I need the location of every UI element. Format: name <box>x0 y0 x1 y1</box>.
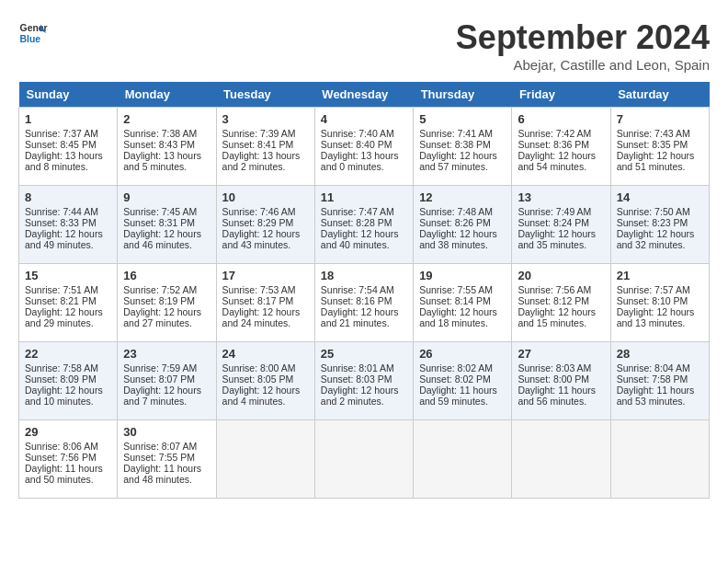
calendar-body: 1Sunrise: 7:37 AMSunset: 8:45 PMDaylight… <box>19 108 710 499</box>
calendar-table: Sunday Monday Tuesday Wednesday Thursday… <box>18 82 710 499</box>
calendar-row: 15Sunrise: 7:51 AMSunset: 8:21 PMDayligh… <box>19 264 710 342</box>
day-info: Sunset: 8:02 PM <box>419 373 506 385</box>
day-info: Daylight: 12 hours <box>25 228 111 239</box>
day-info: Sunset: 8:14 PM <box>419 295 506 306</box>
table-cell <box>610 420 709 499</box>
table-cell: 27Sunrise: 8:03 AMSunset: 8:00 PMDayligh… <box>512 342 610 420</box>
calendar-row: 29Sunrise: 8:06 AMSunset: 7:56 PMDayligh… <box>19 420 710 499</box>
day-info: Sunset: 8:17 PM <box>222 295 309 306</box>
day-info: Sunset: 7:55 PM <box>123 452 210 463</box>
day-number: 21 <box>617 269 703 282</box>
day-info: and 10 minutes. <box>25 396 111 407</box>
day-info: Sunrise: 7:59 AM <box>123 362 210 373</box>
day-info: Daylight: 12 hours <box>518 150 604 161</box>
day-info: and 21 minutes. <box>321 317 407 328</box>
day-info: Sunset: 8:07 PM <box>123 373 210 385</box>
table-cell: 18Sunrise: 7:54 AMSunset: 8:16 PMDayligh… <box>314 264 413 342</box>
day-info: Sunrise: 7:52 AM <box>123 284 210 295</box>
day-info: Sunset: 8:10 PM <box>617 295 703 306</box>
table-cell: 4Sunrise: 7:40 AMSunset: 8:40 PMDaylight… <box>314 108 413 186</box>
day-info: Sunset: 8:03 PM <box>321 373 407 385</box>
day-info: Daylight: 12 hours <box>123 306 210 317</box>
logo: General Blue <box>18 18 48 48</box>
day-info: Sunset: 8:45 PM <box>25 139 111 150</box>
day-info: Sunrise: 7:53 AM <box>222 284 309 295</box>
day-number: 29 <box>25 425 111 439</box>
day-number: 2 <box>123 112 210 126</box>
table-cell: 23Sunrise: 7:59 AMSunset: 8:07 PMDayligh… <box>118 342 216 420</box>
table-cell: 26Sunrise: 8:02 AMSunset: 8:02 PMDayligh… <box>414 342 512 420</box>
day-number: 5 <box>419 112 506 126</box>
calendar-row: 8Sunrise: 7:44 AMSunset: 8:33 PMDaylight… <box>19 186 710 264</box>
day-info: Daylight: 12 hours <box>617 306 703 317</box>
day-number: 7 <box>617 112 703 126</box>
day-info: Sunrise: 7:46 AM <box>222 206 309 217</box>
table-cell: 29Sunrise: 8:06 AMSunset: 7:56 PMDayligh… <box>19 420 118 499</box>
day-info: Sunset: 8:29 PM <box>222 217 309 228</box>
day-number: 13 <box>518 190 604 204</box>
day-info: Daylight: 12 hours <box>617 150 703 161</box>
day-info: Sunrise: 7:37 AM <box>25 128 111 139</box>
day-info: and 5 minutes. <box>123 161 210 172</box>
col-saturday: Saturday <box>610 82 709 108</box>
table-cell: 24Sunrise: 8:00 AMSunset: 8:05 PMDayligh… <box>216 342 314 420</box>
day-info: Sunrise: 7:51 AM <box>25 284 111 295</box>
col-sunday: Sunday <box>19 82 118 108</box>
day-info: Sunrise: 7:58 AM <box>25 362 111 373</box>
day-info: Sunset: 8:05 PM <box>222 373 309 385</box>
day-number: 19 <box>419 269 506 282</box>
header-row: Sunday Monday Tuesday Wednesday Thursday… <box>19 82 710 108</box>
day-info: Sunrise: 7:49 AM <box>518 206 604 217</box>
table-cell: 3Sunrise: 7:39 AMSunset: 8:41 PMDaylight… <box>216 108 314 186</box>
day-info: Daylight: 13 hours <box>123 150 210 161</box>
day-info: and 27 minutes. <box>123 317 210 328</box>
day-info: Sunset: 8:23 PM <box>617 217 703 228</box>
day-info: Sunrise: 7:55 AM <box>419 284 506 295</box>
day-info: Sunrise: 8:01 AM <box>321 362 407 373</box>
page-header: General Blue September 2024 Abejar, Cast… <box>18 18 710 73</box>
table-cell: 12Sunrise: 7:48 AMSunset: 8:26 PMDayligh… <box>414 186 512 264</box>
day-info: Sunrise: 7:40 AM <box>321 128 407 139</box>
day-info: and 50 minutes. <box>25 474 111 485</box>
table-cell: 17Sunrise: 7:53 AMSunset: 8:17 PMDayligh… <box>216 264 314 342</box>
day-number: 3 <box>222 112 309 126</box>
svg-text:Blue: Blue <box>20 34 41 44</box>
day-info: Sunset: 8:21 PM <box>25 295 111 306</box>
day-info: Sunrise: 7:48 AM <box>419 206 506 217</box>
day-info: and 48 minutes. <box>123 474 210 485</box>
day-info: Daylight: 12 hours <box>25 385 111 396</box>
day-info: and 57 minutes. <box>419 161 506 172</box>
day-info: Daylight: 12 hours <box>222 385 309 396</box>
day-info: Sunset: 7:56 PM <box>25 452 111 463</box>
svg-text:General: General <box>20 23 48 33</box>
col-tuesday: Tuesday <box>216 82 314 108</box>
day-info: and 32 minutes. <box>617 239 703 250</box>
day-info: Sunset: 8:38 PM <box>419 139 506 150</box>
title-area: September 2024 Abejar, Castille and Leon… <box>456 18 710 73</box>
table-cell: 19Sunrise: 7:55 AMSunset: 8:14 PMDayligh… <box>414 264 512 342</box>
col-monday: Monday <box>118 82 216 108</box>
day-number: 22 <box>25 347 111 361</box>
day-info: Sunrise: 7:47 AM <box>321 206 407 217</box>
col-friday: Friday <box>512 82 610 108</box>
day-info: and 0 minutes. <box>321 161 407 172</box>
day-info: Daylight: 11 hours <box>123 463 210 474</box>
day-info: Daylight: 12 hours <box>518 306 604 317</box>
table-cell: 9Sunrise: 7:45 AMSunset: 8:31 PMDaylight… <box>118 186 216 264</box>
day-info: and 46 minutes. <box>123 239 210 250</box>
day-number: 4 <box>321 112 407 126</box>
day-info: Sunrise: 8:04 AM <box>617 362 703 373</box>
table-cell: 13Sunrise: 7:49 AMSunset: 8:24 PMDayligh… <box>512 186 610 264</box>
table-cell: 16Sunrise: 7:52 AMSunset: 8:19 PMDayligh… <box>118 264 216 342</box>
day-info: Sunrise: 7:57 AM <box>617 284 703 295</box>
table-cell <box>314 420 413 499</box>
calendar-row: 22Sunrise: 7:58 AMSunset: 8:09 PMDayligh… <box>19 342 710 420</box>
day-info: and 51 minutes. <box>617 161 703 172</box>
day-info: and 56 minutes. <box>518 396 604 407</box>
day-info: Sunrise: 8:03 AM <box>518 362 604 373</box>
day-info: Sunrise: 7:38 AM <box>123 128 210 139</box>
day-number: 28 <box>617 347 703 361</box>
day-info: and 15 minutes. <box>518 317 604 328</box>
day-info: and 4 minutes. <box>222 396 309 407</box>
day-info: and 40 minutes. <box>321 239 407 250</box>
